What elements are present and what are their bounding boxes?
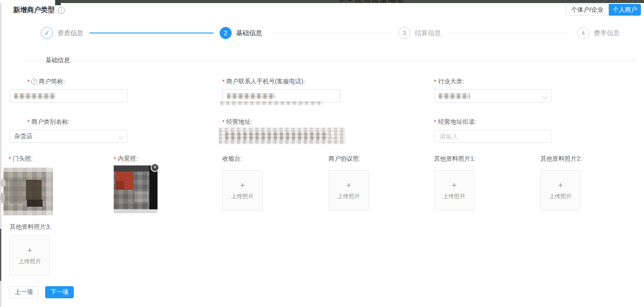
label-industry-category: * 行业大类: <box>434 77 464 86</box>
redacted-value <box>225 132 329 140</box>
business-address-cascader[interactable] <box>222 130 340 143</box>
merchant-type-switch: 个体户/企业 个人商户 <box>566 4 641 16</box>
step-connector <box>268 33 392 33</box>
required-asterisk: * <box>114 155 116 162</box>
label-text: 行业大类: <box>438 78 464 86</box>
label-contact-phone: * 商户联系人手机号(客服电话): <box>222 77 305 86</box>
divider-line <box>25 60 41 61</box>
required-asterisk: * <box>222 119 224 125</box>
page-title: 新增商户类型 i <box>13 6 65 15</box>
label-interior-photo: * 内景照: <box>114 155 138 163</box>
redacted-value <box>439 93 470 99</box>
label-text: 收银台: <box>222 155 242 163</box>
label-business-address: * 经营地址: <box>222 118 252 126</box>
business-street-field <box>434 130 552 143</box>
required-asterisk: * <box>222 78 224 85</box>
step-number-circle: 3 <box>398 27 411 39</box>
label-other-photo-2: 其他资料照片2: <box>540 155 582 163</box>
merchant-category-select[interactable]: 杂货店 <box>10 130 128 143</box>
label-merchant-short-name: * ? 商户简称: <box>27 77 65 86</box>
label-text: 其他资料照片2: <box>540 155 582 163</box>
door-photo-thumbnail[interactable] <box>3 168 53 215</box>
required-asterisk: * <box>27 78 30 85</box>
plus-icon: + <box>346 181 351 189</box>
step-basic-info[interactable]: 2 基础信息 <box>220 27 262 39</box>
chevron-down-icon <box>542 94 547 99</box>
step-connector <box>447 33 571 33</box>
label-text: 门头照: <box>13 155 33 163</box>
step-label: 费率信息 <box>594 29 620 37</box>
label-text: 商户简称: <box>39 78 65 86</box>
label-text: 其他资料照片3: <box>10 223 51 231</box>
step-qualification-info[interactable]: ✓ 资质信息 <box>41 27 83 39</box>
label-business-street: * 经营地址街道: <box>434 118 476 126</box>
redacted-value <box>14 93 56 99</box>
remove-photo-button[interactable]: × <box>151 163 159 172</box>
industry-category-select[interactable] <box>434 89 552 102</box>
window-left-border-dark-segment <box>0 229 1 281</box>
upload-text: 上传照片 <box>231 192 254 200</box>
interior-photo-thumbnail[interactable] <box>114 165 158 213</box>
background-window-stub <box>55 0 61 5</box>
contact-phone-input[interactable] <box>222 89 340 102</box>
check-circle-icon: ✓ <box>41 27 53 39</box>
upload-other-photo-1[interactable]: + 上传照片 <box>434 170 474 211</box>
label-other-photo-3: 其他资料照片3: <box>10 223 51 231</box>
clipped-background-text: 8.4 经营街道地址 <box>339 0 404 3</box>
redacted-value <box>227 93 276 99</box>
background-window-strip: 8.4 经营街道地址 <box>55 0 644 3</box>
label-text: 内景照: <box>118 155 138 163</box>
previous-step-button[interactable]: 上一项 <box>10 286 38 298</box>
plus-icon: + <box>240 181 245 189</box>
step-number-circle: 2 <box>220 27 232 39</box>
label-text: 经营地址街道: <box>438 118 476 126</box>
photo-edge-artifact <box>0 179 6 187</box>
step-connector-done <box>89 33 214 33</box>
page-title-text: 新增商户类型 <box>13 6 55 15</box>
upload-other-photo-2[interactable]: + 上传照片 <box>540 170 581 211</box>
street-input[interactable] <box>439 132 547 140</box>
required-asterisk: * <box>27 119 30 125</box>
step-settlement-info[interactable]: 3 结算信息 <box>398 27 441 39</box>
label-text: 商户类别名称: <box>31 118 69 126</box>
type-button-company[interactable]: 个体户/企业 <box>566 4 609 16</box>
wizard-steps: ✓ 资质信息 2 基础信息 3 结算信息 4 费率信息 <box>41 26 620 40</box>
next-step-button[interactable]: 下一项 <box>45 286 74 298</box>
merchant-form-page: 8.4 经营街道地址 新增商户类型 i 个体户/企业 个人商户 ✓ 资质信息 2… <box>0 0 644 307</box>
label-cashier-photo: 收银台: <box>222 155 242 163</box>
merchant-short-name-input[interactable] <box>10 89 128 102</box>
label-text: 商户联系人手机号(客服电话): <box>226 78 305 86</box>
step-number-circle: 4 <box>577 27 589 39</box>
upload-text: 上传照片 <box>19 257 41 265</box>
help-question-icon[interactable]: ? <box>31 79 37 85</box>
plus-icon: + <box>452 181 457 189</box>
redacted-smear <box>220 101 323 105</box>
section-title: 基础信息 <box>46 56 70 64</box>
photo-edge-artifact <box>0 193 5 203</box>
type-button-personal[interactable]: 个人商户 <box>609 4 641 16</box>
upload-other-photo-3[interactable]: + 上传照片 <box>10 235 50 276</box>
step-label: 基础信息 <box>236 29 262 37</box>
label-agreement-photo: 商户协议照: <box>329 155 361 163</box>
plus-icon: + <box>27 246 32 254</box>
label-text: 商户协议照: <box>329 155 361 163</box>
plus-icon: + <box>558 181 563 189</box>
upload-agreement-photo[interactable]: + 上传照片 <box>329 170 369 211</box>
label-text: 其他资料照片1: <box>434 155 476 163</box>
label-merchant-category-name: * 商户类别名称: <box>27 118 69 126</box>
label-other-photo-1: 其他资料照片1: <box>434 155 476 163</box>
section-divider: 基础信息 <box>25 56 636 65</box>
required-asterisk: * <box>434 78 436 85</box>
label-text: 经营地址: <box>226 118 252 126</box>
upload-text: 上传照片 <box>549 192 572 200</box>
upload-cashier-photo[interactable]: + 上传照片 <box>222 170 263 211</box>
select-value: 杂货店 <box>14 132 123 140</box>
required-asterisk: * <box>434 119 436 125</box>
divider-line <box>74 60 636 61</box>
info-circle-icon[interactable]: i <box>58 7 65 14</box>
upload-text: 上传照片 <box>443 192 466 200</box>
step-label: 结算信息 <box>415 29 441 37</box>
required-asterisk: * <box>9 155 11 162</box>
label-door-photo: * 门头照: <box>9 155 33 163</box>
step-rate-info[interactable]: 4 费率信息 <box>577 27 620 39</box>
